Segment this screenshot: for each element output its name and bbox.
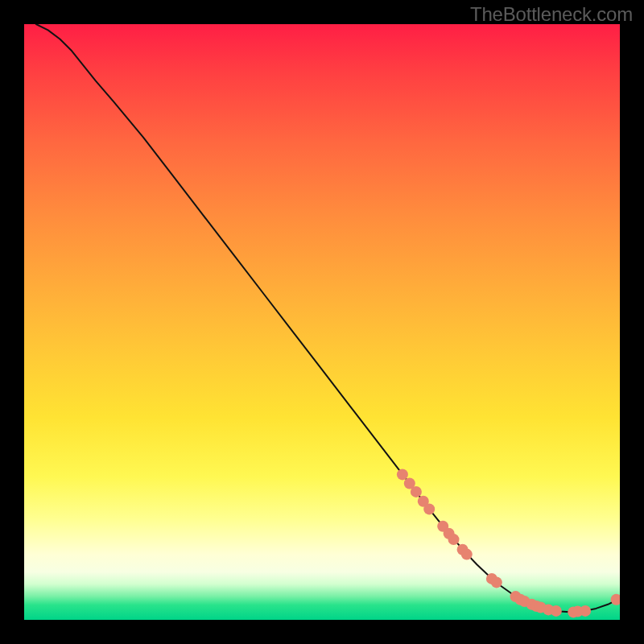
data-marker	[423, 503, 435, 514]
watermark-text: TheBottleneck.com	[470, 3, 633, 26]
marker-group	[397, 469, 620, 617]
curve-path	[36, 24, 620, 612]
data-marker	[411, 486, 422, 497]
data-marker	[611, 594, 620, 605]
data-marker	[580, 605, 591, 617]
data-marker	[551, 605, 562, 617]
plot-area	[24, 24, 620, 620]
data-marker	[397, 469, 408, 480]
chart-frame: TheBottleneck.com	[0, 0, 644, 644]
chart-svg	[24, 24, 620, 620]
data-marker	[461, 549, 473, 560]
data-marker	[448, 534, 460, 545]
data-marker	[491, 576, 502, 588]
